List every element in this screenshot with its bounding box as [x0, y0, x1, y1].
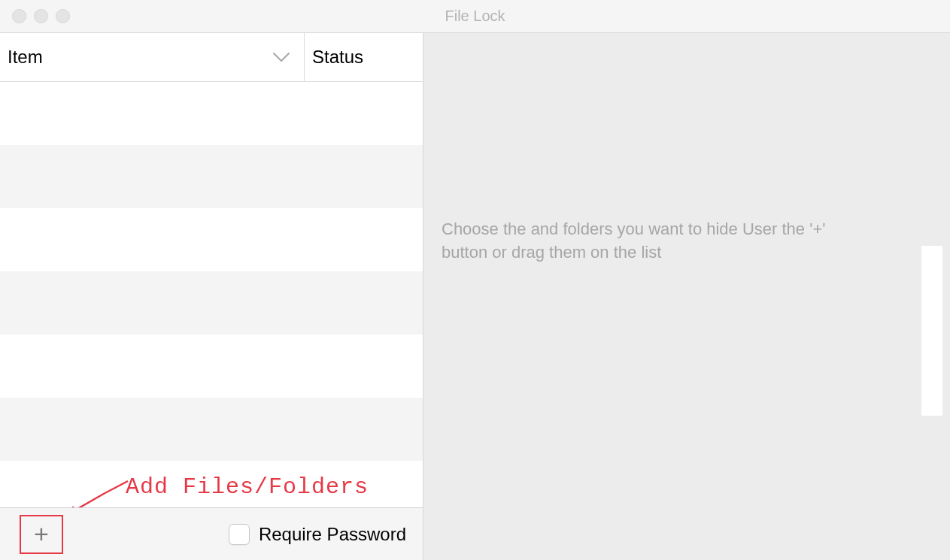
table-body[interactable]: Add Files/Folders	[0, 82, 423, 507]
table-header: Item Status	[0, 33, 423, 82]
maximize-window-button[interactable]	[56, 9, 70, 23]
close-window-button[interactable]	[12, 9, 26, 23]
plus-icon: +	[34, 519, 49, 549]
scrollbar-track[interactable]	[921, 246, 942, 416]
table-row[interactable]	[0, 334, 423, 398]
left-pane: Item Status Add Files/Folders	[0, 33, 423, 560]
table-row[interactable]	[0, 398, 423, 461]
add-button[interactable]: +	[20, 515, 63, 554]
titlebar: File Lock	[0, 0, 950, 33]
minimize-window-button[interactable]	[34, 9, 48, 23]
main-content: Item Status Add Files/Folders	[0, 33, 950, 560]
table-row[interactable]	[0, 461, 423, 506]
require-password-label: Require Password	[259, 524, 406, 545]
column-header-item[interactable]: Item	[0, 33, 305, 81]
right-pane: Choose the and folders you want to hide …	[423, 33, 950, 560]
chevron-down-icon	[272, 47, 296, 67]
help-text: Choose the and folders you want to hide …	[442, 218, 870, 265]
table-row[interactable]	[0, 145, 423, 208]
table-row[interactable]	[0, 82, 423, 145]
table-row[interactable]	[0, 208, 423, 271]
require-password-control: Require Password	[229, 524, 414, 545]
window-controls	[0, 9, 70, 23]
column-header-item-label: Item	[8, 47, 43, 68]
window-title: File Lock	[445, 8, 505, 25]
require-password-checkbox[interactable]	[229, 524, 250, 545]
column-header-status-label: Status	[312, 47, 363, 68]
column-header-status[interactable]: Status	[305, 33, 423, 81]
table-row[interactable]	[0, 271, 423, 334]
left-toolbar: + Require Password	[0, 507, 423, 560]
